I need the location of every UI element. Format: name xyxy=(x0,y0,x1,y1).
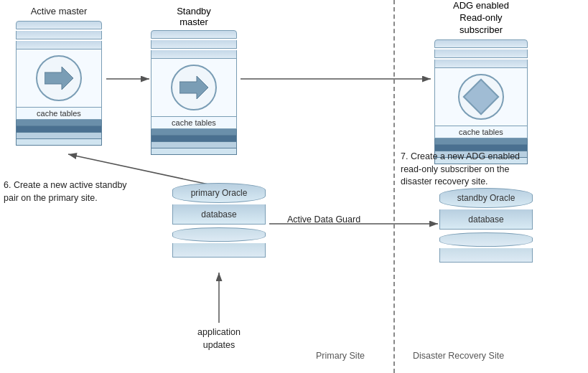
diagram: Active master cache tables xyxy=(0,0,588,373)
standby-master-icon-box xyxy=(151,59,237,117)
site-divider xyxy=(393,0,395,373)
active-data-guard-label: Active Data Guard xyxy=(287,214,360,227)
dr-site-label: Disaster Recovery Site xyxy=(413,350,504,363)
active-master-cache-label: cache tables xyxy=(16,108,102,120)
active-master-node: Active master cache tables xyxy=(16,6,102,146)
standby-master-icon-circle xyxy=(171,65,217,110)
standby-oracle-stack: standby Oracle database xyxy=(439,188,533,263)
adg-stack-top xyxy=(434,39,528,68)
application-updates-label: applicationupdates xyxy=(190,326,248,351)
active-master-icon-box xyxy=(16,49,102,108)
active-master-icon-circle xyxy=(36,55,82,101)
adg-cache-label: cache tables xyxy=(434,126,528,138)
primary-site-label: Primary Site xyxy=(316,350,365,363)
adg-subscriber-node: ADG enabledRead-onlysubscriber cache tab… xyxy=(434,0,528,164)
adg-subscriber-title: ADG enabledRead-onlysubscriber xyxy=(434,0,528,37)
active-master-stack-top xyxy=(16,21,102,49)
primary-oracle-node: primary Oracle database xyxy=(172,183,266,259)
svg-marker-7 xyxy=(45,67,73,90)
standby-arrow-icon xyxy=(179,76,208,99)
active-master-table-rows xyxy=(16,120,102,146)
diamond-icon xyxy=(463,78,500,115)
step6-label: 6. Create a new active standby pair on t… xyxy=(4,179,133,204)
step7-label: 7. Create a new ADG enabled read-only su… xyxy=(401,151,533,189)
standby-master-cache-label: cache tables xyxy=(151,117,237,129)
standby-master-table-rows xyxy=(151,129,237,155)
standby-oracle-node: standby Oracle database xyxy=(439,188,533,264)
adg-icon-circle xyxy=(458,74,504,120)
adg-icon-box xyxy=(434,68,528,126)
standby-master-stack-top xyxy=(151,30,237,59)
active-master-title: Active master xyxy=(16,6,102,18)
standby-master-node: Standbymaster cache tables xyxy=(151,6,237,155)
right-arrow-icon xyxy=(45,67,73,90)
primary-oracle-stack: primary Oracle database xyxy=(172,183,266,258)
standby-master-title: Standbymaster xyxy=(151,6,237,27)
svg-marker-8 xyxy=(179,76,208,99)
